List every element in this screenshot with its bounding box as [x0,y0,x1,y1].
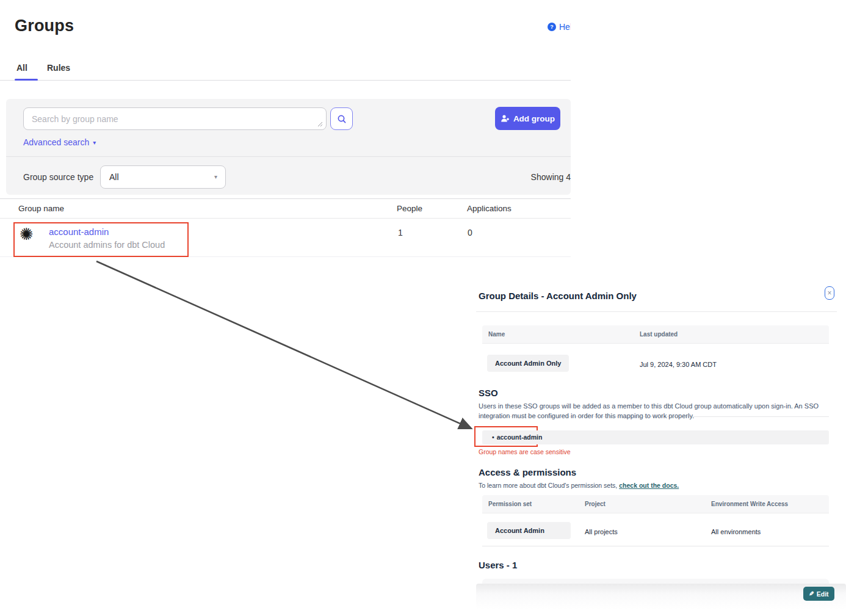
panel-footer: ✎ Edit [476,584,846,609]
column-header-name: Name [488,331,505,338]
tab-bar: All Rules [0,61,571,81]
advanced-search-label: Advanced search [23,137,89,147]
column-header-people: People [397,204,422,213]
active-tab-indicator [15,79,38,81]
table-header-row: Name Last updated [482,325,829,344]
group-description: Account admins for dbt Cloud [49,240,165,250]
edit-button[interactable]: ✎ Edit [803,587,834,601]
sso-group-chip: • account-admin [492,433,542,441]
add-group-label: Add group [513,114,555,123]
group-name-link[interactable]: account-admin [49,226,109,237]
permission-set-badge: Account Admin [487,522,571,539]
group-source-type-label: Group source type [23,172,93,182]
group-details-panel: Group Details - Account Admin Only × Nam… [476,284,846,616]
table-header-row: Permission set Project Environment Write… [482,495,829,513]
environment-write-access-value: All environments [711,528,761,535]
edit-button-label: Edit [817,590,829,598]
close-button[interactable]: × [825,286,834,300]
showing-count: Showing 4 [531,172,571,182]
access-permissions-heading: Access & permissions [479,467,576,477]
add-group-button[interactable]: Add group [495,107,560,130]
tab-rules[interactable]: Rules [47,63,70,73]
column-header-group-name: Group name [18,204,64,213]
sso-group-name: account-admin [497,433,543,441]
add-user-icon [501,114,510,123]
users-heading: Users - 1 [479,560,517,570]
column-header-project: Project [585,501,606,507]
table-row[interactable]: ✺ account-admin Account admins for dbt C… [0,219,571,257]
case-sensitive-note: Group names are case sensitive [479,448,571,455]
tab-all[interactable]: All [16,63,27,73]
caret-down-icon: ▾ [93,139,96,146]
column-header-applications: Applications [467,204,512,213]
group-details-title: Group Details - Account Admin Only [479,291,637,301]
group-name-badge: Account Admin Only [487,355,569,372]
pencil-icon: ✎ [809,590,814,597]
group-avatar-icon: ✺ [20,226,34,243]
group-source-type-select[interactable]: All ▾ [100,165,226,189]
divider [6,156,571,157]
screen: Groups ? Help All Rules Search by group … [0,0,846,616]
page-title: Groups [15,16,74,35]
sso-heading: SSO [479,388,498,398]
group-applications-count: 0 [468,228,472,237]
last-updated-value: Jul 9, 2024, 9:30 AM CDT [640,361,717,368]
help-link[interactable]: ? Help [548,22,571,32]
close-icon: × [827,289,831,297]
advanced-search-toggle[interactable]: Advanced search ▾ [23,137,96,147]
access-permissions-description: To learn more about dbt Cloud's permissi… [479,482,679,489]
search-icon [337,114,347,124]
permissions-table: Permission set Project Environment Write… [482,495,829,546]
docs-link[interactable]: check out the docs. [619,482,679,489]
project-value: All projects [585,528,618,535]
column-header-environment-write-access: Environment Write Access [711,501,788,507]
access-description-text: To learn more about dbt Cloud's permissi… [479,482,619,489]
help-icon: ? [548,23,556,31]
sso-description: Users in these SSO groups will be added … [479,402,831,421]
group-people-count: 1 [398,228,403,237]
search-placeholder: Search by group name [32,114,118,124]
search-button[interactable] [330,107,353,130]
caret-down-icon: ▾ [214,173,217,180]
column-header-last-updated: Last updated [640,331,678,338]
group-source-type-value: All [109,172,119,182]
bullet-icon: • [492,433,494,441]
divider [476,311,837,312]
users-table-header-partial [482,579,829,584]
column-header-permission-set: Permission set [488,501,532,507]
sso-group-list: • account-admin [482,430,829,444]
help-label: Help [559,22,571,32]
search-input[interactable]: Search by group name [23,107,327,130]
resize-handle-icon[interactable] [317,121,323,127]
groups-table-header: Group name People Applications [0,198,571,219]
